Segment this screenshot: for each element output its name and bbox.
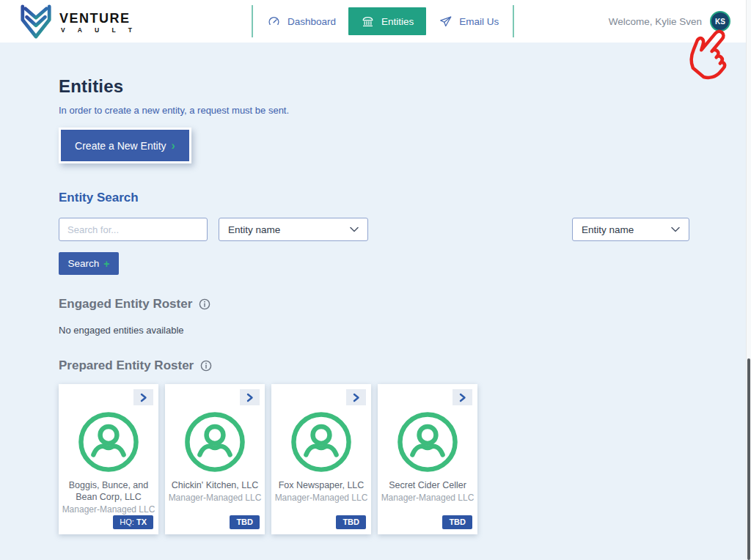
brand-name: VENTURE xyxy=(59,12,138,25)
chevron-right-icon: › xyxy=(172,139,175,152)
secondary-filter-select[interactable]: Entity name xyxy=(572,218,689,241)
entity-name: Chickin' Kitchen, LLC xyxy=(165,479,265,491)
nav-dashboard-label: Dashboard xyxy=(287,16,336,27)
entity-search-row: Entity name Entity name xyxy=(59,218,704,241)
scrollbar-track xyxy=(746,0,751,560)
main-content: Entities In order to create a new entity… xyxy=(59,43,704,534)
search-filter-select[interactable]: Entity name xyxy=(219,218,368,241)
badge-value: TBD xyxy=(449,517,466,526)
chevron-down-icon xyxy=(671,226,680,232)
card-open-button[interactable] xyxy=(346,389,366,405)
engaged-roster-empty-message: No engaged entities available xyxy=(59,325,704,336)
nav-email-us[interactable]: Email Us xyxy=(426,7,511,35)
chevron-right-icon xyxy=(246,393,254,402)
chevron-right-icon xyxy=(459,393,466,402)
brand-subname: V A U L T xyxy=(61,27,138,34)
engaged-roster-title: Engaged Entity Roster xyxy=(59,297,192,312)
entity-name: Boggis, Bunce, and Bean Corp, LLC xyxy=(59,479,158,503)
chevron-right-icon xyxy=(353,393,360,402)
entity-name: Fox Newspaper, LLC xyxy=(271,479,371,491)
brand-logo[interactable]: VENTURE V A U L T xyxy=(19,3,138,40)
engaged-roster-heading: Engaged Entity Roster xyxy=(59,297,704,312)
nav-entities-label: Entities xyxy=(381,16,414,27)
search-filter-selected-value: Entity name xyxy=(228,224,280,235)
info-icon[interactable] xyxy=(200,360,212,372)
badge-value: TX xyxy=(136,517,147,526)
nav-email-us-label: Email Us xyxy=(459,16,499,27)
bank-icon xyxy=(361,15,375,29)
entity-type: Manager-Managed LLC xyxy=(271,493,371,503)
nav-entities[interactable]: Entities xyxy=(348,7,426,35)
entity-search-heading: Entity Search xyxy=(59,191,704,205)
secondary-filter-selected-value: Entity name xyxy=(582,224,634,235)
create-new-entity-button[interactable]: Create a New Entity › xyxy=(59,128,191,163)
main-nav: Dashboard Entities Email Us xyxy=(252,5,514,37)
scrollbar-thumb[interactable] xyxy=(747,358,750,560)
entity-type: Manager-Managed LLC xyxy=(59,504,158,515)
person-circle-icon xyxy=(395,410,460,474)
entity-name: Secret Cider Celler xyxy=(378,479,477,491)
venture-vault-logo-icon xyxy=(19,3,53,40)
badge-value: TBD xyxy=(342,517,359,526)
prepared-roster-heading: Prepared Entity Roster xyxy=(59,358,704,373)
search-input[interactable] xyxy=(59,218,208,241)
person-circle-icon xyxy=(183,410,247,474)
nav-dashboard[interactable]: Dashboard xyxy=(254,7,348,35)
search-button-label: Search xyxy=(68,258,100,269)
card-open-button[interactable] xyxy=(453,389,472,405)
person-circle-icon xyxy=(76,410,141,474)
user-area: Welcome, Kylie Sven KS xyxy=(609,0,730,43)
chevron-down-icon xyxy=(350,226,359,232)
user-avatar[interactable]: KS xyxy=(710,11,730,32)
prepared-roster-title: Prepared Entity Roster xyxy=(59,358,194,373)
chevron-right-icon xyxy=(140,393,147,402)
badge-prefix: HQ: xyxy=(120,517,136,526)
card-open-button[interactable] xyxy=(240,389,260,405)
info-icon[interactable] xyxy=(199,298,210,310)
entity-card: Boggis, Bunce, and Bean Corp, LLC Manage… xyxy=(59,384,158,534)
entity-status-badge: TBD xyxy=(336,515,366,529)
card-open-button[interactable] xyxy=(133,389,153,405)
brand-text: VENTURE V A U L T xyxy=(59,9,138,34)
entity-type: Manager-Managed LLC xyxy=(165,493,265,503)
entity-status-badge: TBD xyxy=(230,515,260,529)
entity-status-badge: TBD xyxy=(442,515,472,529)
entity-type: Manager-Managed LLC xyxy=(378,493,477,503)
entity-status-badge: HQ: TX xyxy=(113,515,153,529)
entity-card: Chickin' Kitchen, LLC Manager-Managed LL… xyxy=(165,384,265,534)
page-subtitle: In order to create a new entity, a reque… xyxy=(59,105,704,116)
person-circle-icon xyxy=(289,410,353,474)
entity-card: Secret Cider Celler Manager-Managed LLC … xyxy=(378,384,477,534)
app-header: VENTURE V A U L T Dashboard Entities xyxy=(0,0,751,43)
gauge-icon xyxy=(267,15,281,29)
search-button[interactable]: Search + xyxy=(59,252,119,275)
paper-plane-icon xyxy=(439,15,453,29)
page-title: Entities xyxy=(59,76,704,97)
entity-card: Fox Newspaper, LLC Manager-Managed LLC T… xyxy=(271,384,371,534)
create-new-entity-label: Create a New Entity xyxy=(75,140,166,152)
plus-icon: + xyxy=(103,258,109,270)
prepared-entity-cards: Boggis, Bunce, and Bean Corp, LLC Manage… xyxy=(59,384,704,534)
welcome-text: Welcome, Kylie Sven xyxy=(609,16,702,27)
badge-value: TBD xyxy=(236,517,253,526)
